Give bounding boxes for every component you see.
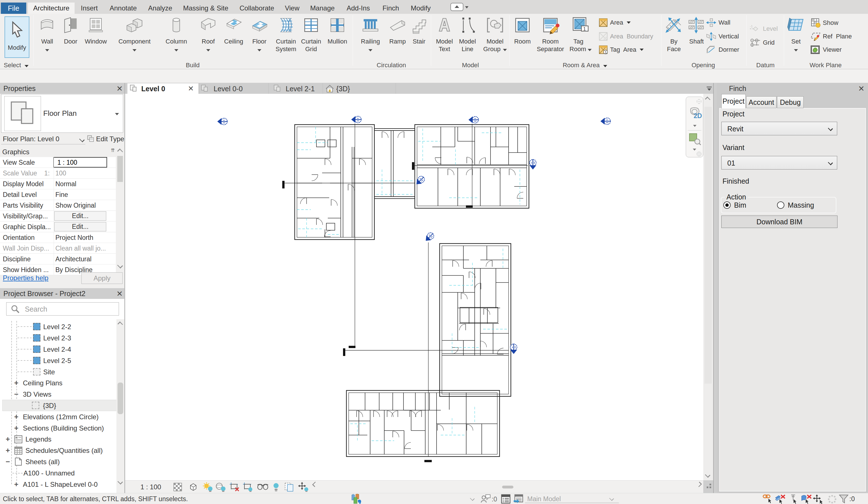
svg-text:1: 1 bbox=[583, 27, 586, 31]
svg-text:1: 1 bbox=[604, 50, 607, 54]
svg-text:-1: -1 bbox=[750, 24, 753, 28]
